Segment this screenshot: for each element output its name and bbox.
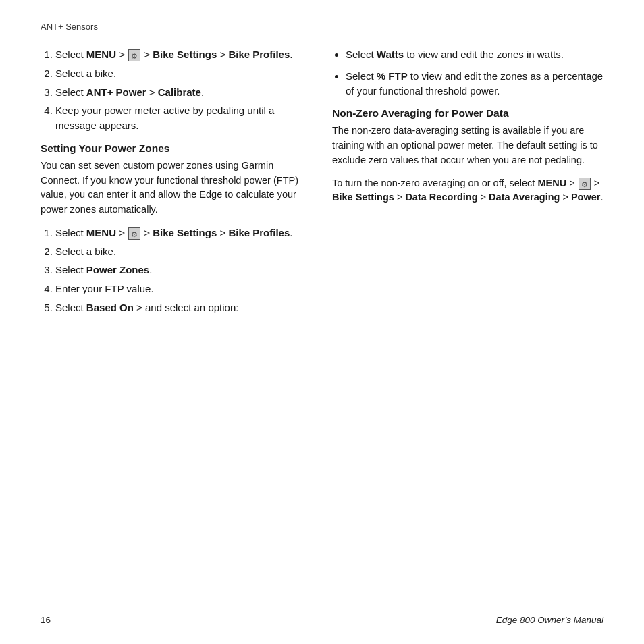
right-column: Select Watts to view and edit the zones … xyxy=(332,47,603,325)
list-item: Select Watts to view and edit the zones … xyxy=(346,47,603,62)
list-item: Select a bike. xyxy=(55,66,312,81)
list-item: Select % FTP to view and edit the zones … xyxy=(346,69,603,99)
section-body-nonzero-1: The non-zero data-averaging setting is a… xyxy=(332,124,603,167)
page-header: ANT+ Sensors xyxy=(41,20,603,36)
header-text: ANT+ Sensors xyxy=(41,22,98,32)
page-footer: 16 Edge 800 Owner’s Manual xyxy=(41,615,603,625)
list-item: Select ANT+ Power > Calibrate. xyxy=(55,85,312,100)
settings-icon xyxy=(128,49,140,61)
list-item: Select a bike. xyxy=(55,244,312,259)
section-body-nonzero-2: To turn the non-zero averaging on or off… xyxy=(332,176,603,206)
section-body-power-zones: You can set seven custom power zones usi… xyxy=(41,159,312,217)
settings-icon xyxy=(579,178,591,190)
steps-list-1: Select MENU > > Bike Settings > Bike Pro… xyxy=(41,47,312,133)
left-column: Select MENU > > Bike Settings > Bike Pro… xyxy=(41,47,312,325)
list-item: Select Power Zones. xyxy=(55,263,312,277)
list-item: Keep your power meter active by pedaling… xyxy=(55,103,312,133)
list-item: Select MENU > > Bike Settings > Bike Pro… xyxy=(55,225,312,240)
section-title-power-zones: Setting Your Power Zones xyxy=(41,142,312,155)
section-title-nonzero: Non-Zero Averaging for Power Data xyxy=(332,107,603,119)
settings-icon xyxy=(128,227,140,240)
footer-manual-title: Edge 800 Owner’s Manual xyxy=(496,615,603,625)
footer-page-number: 16 xyxy=(41,615,51,625)
steps-list-2: Select MENU > > Bike Settings > Bike Pro… xyxy=(41,225,312,315)
main-content: Select MENU > > Bike Settings > Bike Pro… xyxy=(41,47,603,325)
page: ANT+ Sensors Select MENU > > Bike Settin… xyxy=(0,0,644,644)
list-item: Enter your FTP value. xyxy=(55,281,312,296)
list-item: Select Based On > and select an option: xyxy=(55,300,312,315)
list-item: Select MENU > > Bike Settings > Bike Pro… xyxy=(55,47,312,62)
bullet-list-options: Select Watts to view and edit the zones … xyxy=(332,47,603,98)
